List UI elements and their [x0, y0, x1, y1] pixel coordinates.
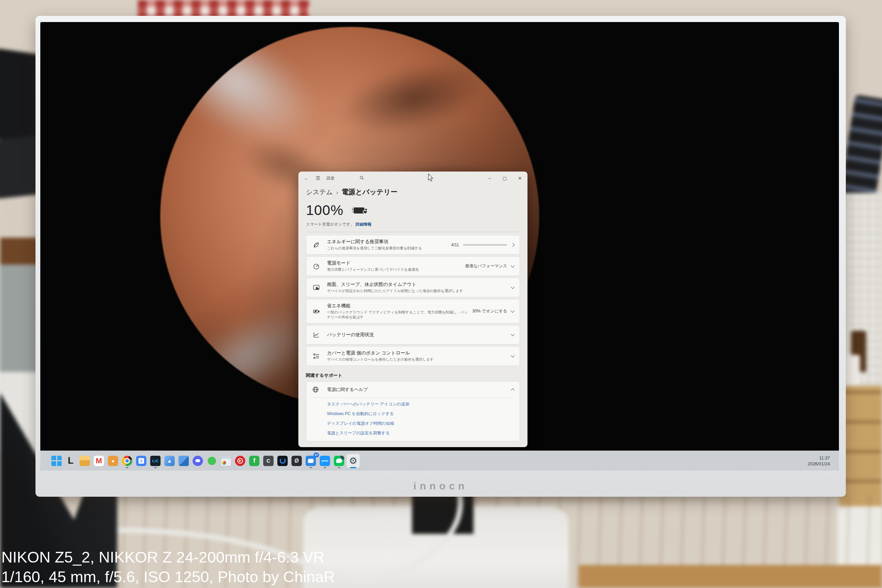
search-icon[interactable]: [358, 175, 365, 182]
calendar-icon[interactable]: 3: [135, 454, 148, 468]
row-controls: [511, 287, 514, 288]
settings-row[interactable]: エネルギーに関する推奨事項これらの推奨事項を適用して二酸化炭素排出量を削減する4…: [306, 235, 520, 255]
row-title: 画面、スリープ、休止状態のタイムアウト: [327, 281, 507, 288]
discord-icon[interactable]: [191, 454, 204, 468]
blue-swirl-icon[interactable]: [276, 454, 289, 468]
globe-help-icon: [312, 386, 321, 393]
orange-notes-icon[interactable]: ●: [106, 454, 120, 468]
taskbar-clock[interactable]: 11:37 2026/01/24: [808, 455, 830, 467]
row-text: バッテリーの使用状況: [327, 332, 507, 338]
active-indicator: [350, 467, 356, 468]
app-l-icon[interactable]: L: [64, 454, 77, 468]
obsidian-icon[interactable]: Ø: [290, 454, 303, 468]
settings-gear-icon[interactable]: ⚙: [346, 454, 360, 468]
battery-status: 100%: [298, 197, 528, 218]
row-value[interactable]: 最適なパフォーマンス: [465, 263, 507, 269]
photos-icon[interactable]: ▲: [163, 454, 176, 468]
app-title: 設定: [327, 176, 334, 181]
chevron-down-icon[interactable]: [511, 332, 514, 336]
hamburger-icon[interactable]: ☰: [315, 176, 321, 181]
row-text: 省エネ機能一部のバックグラウンド アクティビティを制限することで、電力消費を削減…: [327, 303, 468, 320]
blue-box-icon[interactable]: [177, 454, 190, 468]
running-indicator: [126, 467, 129, 468]
row-title: カバーと電源 個のボタン コントロール: [327, 350, 507, 356]
monitor-screen: ← ☰ 設定 – ▢ ✕ システム ›: [40, 22, 839, 471]
taskbar-icons: LM●3LrC▲▶fCØ27prime⚙: [50, 454, 360, 468]
chevron-right-icon[interactable]: [511, 243, 514, 247]
power-help-header[interactable]: 電源に関するヘルプ: [306, 382, 519, 398]
row-description: これらの推奨事項を適用して二酸化炭素排出量を削減する: [327, 246, 447, 251]
smart-charging-line: スマート充電がオンです。詳細情報: [298, 218, 528, 227]
monitor-brand-logo: innocn: [36, 480, 846, 492]
chrome-icon[interactable]: [121, 454, 134, 468]
prime-video-icon[interactable]: prime: [318, 454, 332, 468]
row-title: 省エネ機能: [327, 303, 468, 309]
gmail-icon[interactable]: M: [92, 454, 105, 468]
row-text: カバーと電源 個のボタン コントロールデバイスの物理コントロールを操作したときの…: [327, 350, 507, 362]
power-help-card[interactable]: 電源に関するヘルプ タスク バーへのバッテリー アイコンの追加Windows P…: [306, 381, 520, 441]
close-button[interactable]: ✕: [512, 171, 528, 184]
chevron-down-icon[interactable]: [511, 285, 514, 289]
related-support-header: 関連するサポート: [298, 368, 528, 381]
row-text: エネルギーに関する推奨事項これらの推奨事項を適用して二酸化炭素排出量を削減する: [327, 239, 447, 251]
chevron-down-icon[interactable]: [511, 353, 514, 357]
help-link[interactable]: 電源とスリープの設定を調整する: [327, 430, 514, 436]
running-indicator: [338, 467, 340, 468]
help-link[interactable]: タスク バーへのバッテリー アイコンの追加: [327, 401, 514, 407]
row-controls: [511, 356, 514, 357]
help-link[interactable]: Windows PC を自動的にロックする: [327, 411, 514, 417]
row-title: 電源モード: [327, 260, 461, 266]
battery-smart-charging-icon: [348, 204, 368, 217]
back-arrow-icon[interactable]: ←: [303, 176, 309, 181]
chat-app-icon[interactable]: 27: [304, 454, 317, 468]
clock-time: 11:37: [808, 455, 830, 461]
smart-charging-text: スマート充電がオンです。: [306, 222, 354, 226]
divider: [306, 232, 520, 232]
chrome-window-icon[interactable]: [219, 454, 232, 468]
chevron-down-icon[interactable]: [511, 309, 514, 312]
file-explorer-icon[interactable]: [78, 454, 91, 468]
photo-caption: NIKON Z5_2, NIKKOR Z 24-200mm f/4-6.3 VR…: [2, 548, 335, 586]
settings-row[interactable]: カバーと電源 個のボタン コントロールデバイスの物理コントロールを操作したときの…: [306, 346, 520, 366]
help-link[interactable]: ディスプレイの電源オフ時間の短縮: [327, 421, 514, 426]
start-icon[interactable]: [50, 454, 63, 468]
learn-more-link[interactable]: 詳細情報: [356, 222, 371, 226]
titlebar: ← ☰ 設定 – ▢ ✕: [298, 171, 528, 184]
caption-line-1: NIKON Z5_2, NIKKOR Z 24-200mm f/4-6.3 VR: [2, 548, 335, 567]
settings-row[interactable]: バッテリーの使用状況: [306, 325, 520, 345]
caption-line-2: 1/160, 45 mm, f/5.6, ISO 1250, Photo by …: [2, 567, 335, 586]
row-title: バッテリーの使用状況: [327, 332, 507, 338]
settings-row[interactable]: 省エネ機能一部のバックグラウンド アクティビティを制限することで、電力消費を削減…: [306, 299, 520, 324]
progress-bar: [463, 244, 507, 246]
c-app-icon[interactable]: C: [262, 454, 275, 468]
feedly-icon[interactable]: f: [248, 454, 261, 468]
row-controls: 4/11: [452, 243, 514, 248]
row-title: エネルギーに関する推奨事項: [327, 239, 447, 245]
row-controls: 30% でオンにする: [472, 308, 514, 314]
row-value[interactable]: 30% でオンにする: [472, 308, 507, 314]
chevron-up-icon[interactable]: [511, 388, 514, 392]
youtube-music-icon[interactable]: ▶: [234, 454, 247, 468]
line-icon[interactable]: [333, 454, 346, 468]
maximize-button[interactable]: ▢: [497, 171, 512, 184]
running-indicator: [310, 467, 312, 468]
settings-row[interactable]: 画面、スリープ、休止状態のタイムアウトデバイスが指定された時間にわたりアイドル状…: [306, 278, 520, 297]
row-description: デバイスが指定された時間にわたりアイドル状態になった場合の動作を選択します: [327, 289, 507, 294]
monitor-bezel: ← ☰ 設定 – ▢ ✕ システム ›: [36, 16, 846, 497]
display-sleep-icon: [312, 284, 321, 291]
chevron-down-icon[interactable]: [511, 264, 514, 267]
running-indicator: [324, 467, 326, 468]
breadcrumb-system[interactable]: システム: [306, 188, 333, 197]
power-help-title: 電源に関するヘルプ: [327, 387, 511, 393]
settings-rows: エネルギーに関する推奨事項これらの推奨事項を適用して二酸化炭素排出量を削減する4…: [298, 235, 528, 366]
green-app-icon[interactable]: [206, 454, 218, 468]
gray-surface: [0, 264, 41, 385]
lightroom-classic-icon[interactable]: LrC: [149, 454, 162, 468]
breadcrumb: システム › 電源とバッテリー: [298, 184, 528, 197]
settings-window: ← ☰ 設定 – ▢ ✕ システム ›: [298, 171, 528, 447]
row-controls: [511, 334, 514, 336]
minimize-button[interactable]: –: [482, 171, 497, 184]
settings-row[interactable]: 電源モード電力消費とパフォーマンスに基づいてデバイスを最適化最適なパフォーマンス: [306, 256, 520, 276]
controls-list-icon: [312, 352, 321, 360]
taskbar: LM●3LrC▲▶fCØ27prime⚙ 11:37 2026/01/24: [40, 450, 839, 471]
